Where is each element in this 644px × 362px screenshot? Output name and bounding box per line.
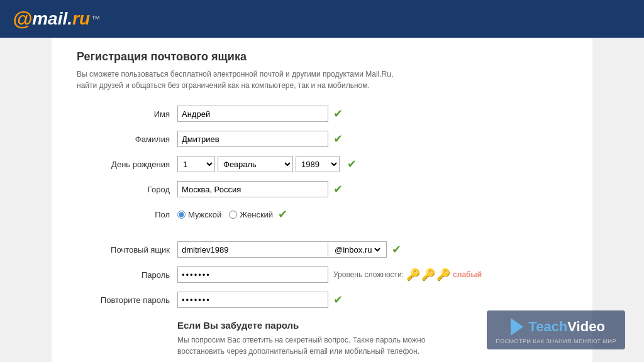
logo-tm: ™ xyxy=(91,14,100,24)
watermark: TeachVideo ПОСМОТРИ КАК ЗНАНИЯ МЕНЯЮТ МИ… xyxy=(487,310,625,349)
gender-row: Пол Мужской Женский ✔ xyxy=(77,204,567,224)
recovery-desc: Мы попросим Вас ответить на секретный во… xyxy=(177,334,448,357)
logo-mail: mail xyxy=(32,9,67,29)
strength-icon-1: 🔑 xyxy=(406,268,420,282)
email-domain-select[interactable]: @inbox.ru@mail.ru@bk.ru@list.ru xyxy=(332,242,382,257)
surname-control: ✔ xyxy=(177,131,567,147)
logo-at: @ xyxy=(13,8,32,31)
email-domain-selector[interactable]: @inbox.ru@mail.ru@bk.ru@list.ru xyxy=(328,241,387,258)
city-control: ✔ xyxy=(177,181,567,197)
watermark-logo-row: TeachVideo xyxy=(507,315,604,338)
strength-indicator: Уровень сложности: 🔑 🔑 🔑 слабый xyxy=(333,268,482,282)
page-subtitle: Вы сможете пользоваться бесплатной элект… xyxy=(77,69,404,91)
birthday-day-select[interactable]: 12345 678910 1112131415 1617181920 21222… xyxy=(177,156,215,172)
gender-male-label[interactable]: Мужской xyxy=(177,210,221,219)
gender-female-text: Женский xyxy=(240,210,273,219)
svg-marker-3 xyxy=(511,318,523,336)
city-checkmark: ✔ xyxy=(333,182,343,196)
gender-checkmark: ✔ xyxy=(278,207,287,221)
gender-female-radio[interactable] xyxy=(229,211,237,219)
watermark-box: TeachVideo ПОСМОТРИ КАК ЗНАНИЯ МЕНЯЮТ МИ… xyxy=(487,310,625,349)
email-row: Почтовый ящик @inbox.ru@mail.ru@bk.ru@li… xyxy=(77,239,567,260)
email-control: @inbox.ru@mail.ru@bk.ru@list.ru ✔ xyxy=(177,241,567,258)
confirm-password-checkmark: ✔ xyxy=(333,293,343,307)
name-label: Имя xyxy=(77,109,177,119)
name-row: Имя ✔ xyxy=(77,104,567,124)
header: @ mail . ru ™ xyxy=(0,0,644,38)
confirm-password-control: ✔ xyxy=(177,292,567,308)
birthday-month-select[interactable]: ЯнварьФевральМартАпрельМайИюньИюльАвгуст… xyxy=(218,156,293,172)
password-control: Уровень сложности: 🔑 🔑 🔑 слабый xyxy=(177,266,567,283)
surname-input[interactable] xyxy=(177,131,328,147)
gender-control: Мужской Женский ✔ xyxy=(177,207,567,221)
city-label: Город xyxy=(77,185,177,194)
surname-label: Фамилия xyxy=(77,134,177,144)
strength-text: Уровень сложности: xyxy=(333,270,404,279)
strength-level: слабый xyxy=(453,270,482,279)
gender-radio-group: Мужской Женский xyxy=(177,210,273,219)
strength-icon-2: 🔑 xyxy=(421,268,435,282)
logo-dot: . xyxy=(67,9,72,29)
birthday-control: 12345 678910 1112131415 1617181920 21222… xyxy=(177,156,567,172)
surname-checkmark: ✔ xyxy=(333,132,343,146)
email-checkmark: ✔ xyxy=(392,243,401,256)
gender-label: Пол xyxy=(77,210,177,219)
gender-male-radio[interactable] xyxy=(177,211,186,219)
password-row: Пароль Уровень сложности: 🔑 🔑 🔑 слабый xyxy=(77,265,567,285)
name-checkmark: ✔ xyxy=(333,107,343,121)
strength-icons: 🔑 🔑 🔑 xyxy=(406,268,450,282)
city-input[interactable] xyxy=(177,181,328,197)
birthday-year-select[interactable]: 2014201320122011201020092008200720062005… xyxy=(296,156,340,172)
name-control: ✔ xyxy=(177,106,567,122)
logo-ru: ru xyxy=(72,9,90,29)
birthday-checkmark: ✔ xyxy=(347,157,357,171)
page-title: Регистрация почтового ящика xyxy=(77,50,567,63)
email-input[interactable] xyxy=(177,241,328,258)
confirm-password-label: Повторите пароль xyxy=(77,295,177,305)
birthday-row: День рождения 12345 678910 1112131415 16… xyxy=(77,154,567,174)
city-row: Город ✔ xyxy=(77,179,567,199)
password-label: Пароль xyxy=(77,270,177,280)
gender-female-label[interactable]: Женский xyxy=(229,210,273,219)
password-input[interactable] xyxy=(177,266,328,283)
strength-icon-3: 🔑 xyxy=(436,268,450,282)
logo: @ mail . ru ™ xyxy=(13,8,100,31)
email-label: Почтовый ящик xyxy=(77,245,177,255)
surname-row: Фамилия ✔ xyxy=(77,129,567,149)
teach-video-logo-icon xyxy=(507,315,526,338)
name-input[interactable] xyxy=(177,106,328,122)
gender-male-text: Мужской xyxy=(188,210,221,219)
confirm-password-row: Повторите пароль ✔ xyxy=(77,290,567,310)
watermark-logo-text: TeachVideo xyxy=(528,319,604,335)
birthday-label: День рождения xyxy=(77,160,177,169)
watermark-tagline: ПОСМОТРИ КАК ЗНАНИЯ МЕНЯЮТ МИР xyxy=(496,338,616,344)
confirm-password-input[interactable] xyxy=(177,292,328,308)
